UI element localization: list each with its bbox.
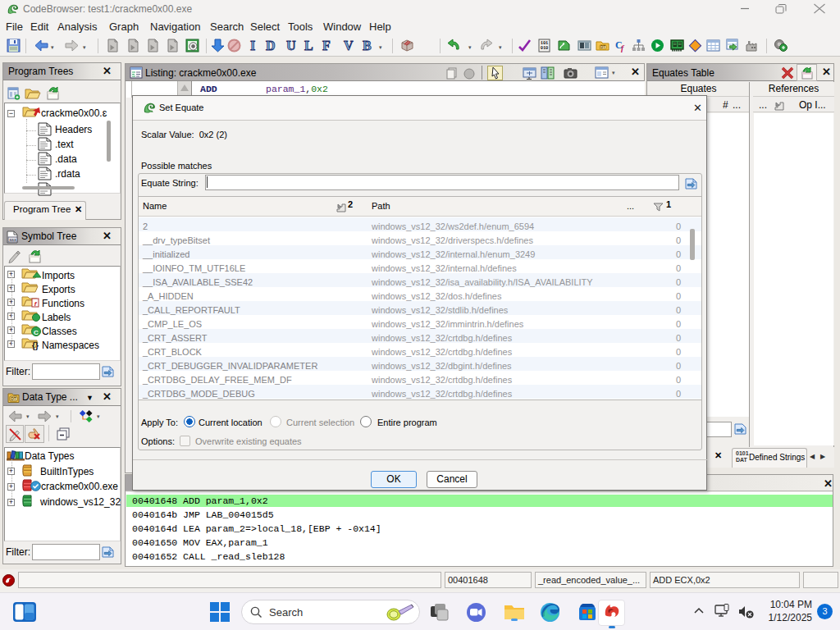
svg-text:{}: {} bbox=[32, 341, 39, 350]
svg-text:DT: DT bbox=[600, 45, 605, 49]
svg-text:f: f bbox=[621, 43, 625, 52]
svg-text:aaa: aaa bbox=[9, 237, 16, 242]
svg-text:010: 010 bbox=[541, 46, 549, 51]
svg-text:C: C bbox=[34, 329, 39, 336]
svg-text:DT: DT bbox=[11, 396, 16, 401]
